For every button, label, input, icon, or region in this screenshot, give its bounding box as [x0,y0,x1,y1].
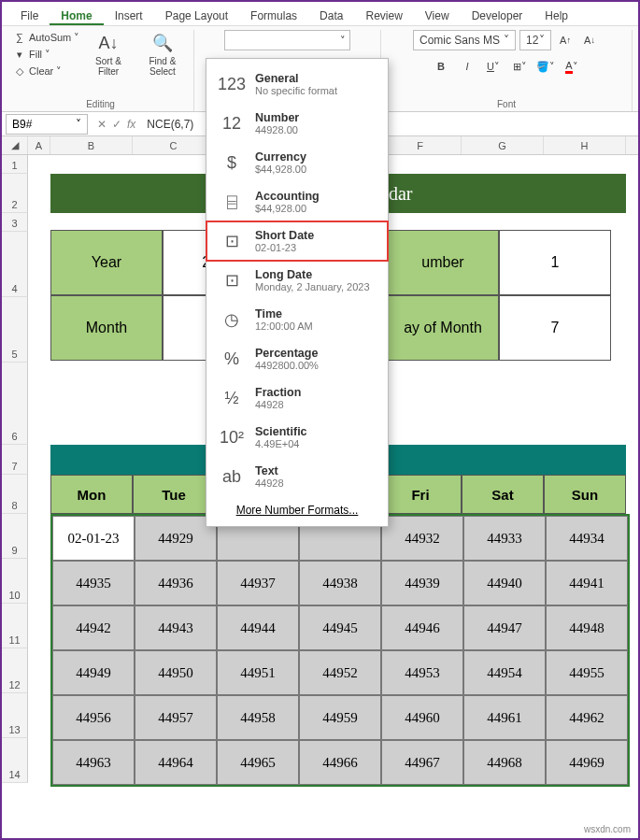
fill-color-button[interactable]: 🪣˅ [535,56,556,77]
col-header-B[interactable]: B [50,136,133,154]
number-format-combo[interactable]: ˅ [224,30,350,50]
format-option-text[interactable]: abText44928 [206,457,388,496]
cal-cell[interactable]: 44962 [546,695,628,740]
cal-cell[interactable]: 44947 [463,605,546,650]
menu-file[interactable]: File [9,6,50,25]
format-option-short-date[interactable]: ⊡Short Date02-01-23 [206,221,388,261]
sort-filter-button[interactable]: A↓ Sort & Filter [85,30,132,78]
cal-cell[interactable]: 44968 [463,740,546,785]
decrease-font-button[interactable]: A↓ [579,30,600,50]
row-header-11[interactable]: 11 [2,604,28,648]
cal-cell[interactable]: 44939 [381,561,463,605]
font-color-button[interactable]: A˅ [562,56,582,77]
cal-cell[interactable]: 44950 [135,650,217,695]
clear-button[interactable]: ◇Clear ˅ [13,64,79,78]
increase-font-button[interactable]: A↑ [555,30,576,50]
cal-cell[interactable]: 44948 [546,605,628,650]
format-option-scientific[interactable]: 10²Scientific4.49E+04 [206,418,388,457]
format-option-currency[interactable]: $Currency$44,928.00 [206,143,388,182]
name-box[interactable]: B9#˅ [6,114,88,135]
format-option-percentage[interactable]: %Percentage4492800.00% [206,339,388,378]
row-header-14[interactable]: 14 [2,738,28,783]
row-header-1[interactable]: 1 [2,155,28,174]
enter-formula-icon[interactable]: ✓ [112,118,121,131]
cal-cell[interactable]: 44949 [52,650,135,695]
col-header-F[interactable]: F [379,136,462,154]
format-option-long-date[interactable]: ⊡Long DateMonday, 2 January, 2023 [206,261,388,300]
cal-cell[interactable]: 44961 [463,695,546,740]
italic-button[interactable]: I [457,56,477,77]
row-header-9[interactable]: 9 [2,514,28,559]
row-header-8[interactable]: 8 [2,475,28,514]
underline-button[interactable]: U˅ [483,56,504,77]
format-option-fraction[interactable]: ½Fraction44928 [206,378,388,418]
col-header-G[interactable]: G [462,136,544,154]
cal-cell[interactable]: 44959 [299,695,381,740]
cal-cell[interactable]: 44955 [546,650,628,695]
cal-cell[interactable]: 44952 [299,650,381,695]
cal-cell[interactable]: 44935 [52,561,135,605]
row-header-12[interactable]: 12 [2,648,28,693]
cal-cell[interactable]: 44957 [135,695,217,740]
cal-cell[interactable]: 44942 [52,605,135,650]
cal-cell[interactable]: 44956 [52,695,135,740]
cal-cell[interactable]: 44963 [52,740,135,785]
cal-cell[interactable]: 44967 [381,740,463,785]
cal-cell[interactable]: 44932 [381,516,463,561]
cal-cell[interactable]: 44945 [299,605,381,650]
row-header-13[interactable]: 13 [2,693,28,738]
bold-button[interactable]: B [431,56,451,77]
font-size-combo[interactable]: 12˅ [519,30,551,50]
cal-cell[interactable]: 44941 [546,561,628,605]
cal-cell[interactable]: 44966 [299,740,381,785]
format-option-accounting[interactable]: ⌸Accounting$44,928.00 [206,182,388,221]
menu-formulas[interactable]: Formulas [239,6,308,25]
cal-cell[interactable]: 44936 [135,561,217,605]
select-all-corner[interactable]: ◢ [2,136,28,154]
row-header-10[interactable]: 10 [2,559,28,604]
fill-button[interactable]: ▾Fill ˅ [13,47,79,62]
cal-cell[interactable]: 44953 [381,650,463,695]
cal-cell[interactable]: 44934 [546,516,628,561]
cal-cell[interactable]: 44933 [463,516,546,561]
menu-page-layout[interactable]: Page Layout [154,6,239,25]
menu-developer[interactable]: Developer [461,6,534,25]
menu-help[interactable]: Help [533,6,579,25]
cal-cell[interactable]: 44954 [463,650,546,695]
cal-cell[interactable]: 44958 [217,695,299,740]
cal-cell[interactable]: 44951 [217,650,299,695]
cal-cell[interactable]: 44937 [217,561,299,605]
cal-cell[interactable]: 44960 [381,695,463,740]
font-name-combo[interactable]: Comic Sans MS˅ [413,30,516,50]
menu-review[interactable]: Review [354,6,413,25]
cal-cell[interactable]: 44969 [546,740,628,785]
format-option-number[interactable]: 12Number44928.00 [206,104,388,143]
cal-cell[interactable]: 44929 [135,516,217,561]
row-header-3[interactable]: 3 [2,213,28,232]
find-select-button[interactable]: 🔍 Find & Select [137,30,188,78]
cal-cell[interactable]: 44938 [299,561,381,605]
cal-cell[interactable]: 44944 [217,605,299,650]
cal-cell[interactable]: 44965 [217,740,299,785]
menu-data[interactable]: Data [308,6,354,25]
cancel-formula-icon[interactable]: ✕ [97,118,107,131]
dow-value[interactable]: 7 [499,295,611,361]
row-header-4[interactable]: 4 [2,232,28,297]
row-header-6[interactable]: 6 [2,363,28,445]
cal-cell[interactable]: 02-01-23 [52,516,135,561]
cal-cell[interactable]: 44943 [135,605,217,650]
borders-button[interactable]: ⊞˅ [509,56,530,77]
col-header-C[interactable]: C [133,136,215,154]
row-header-5[interactable]: 5 [2,297,28,363]
col-header-A[interactable]: A [28,136,50,154]
fx-icon[interactable]: fx [127,118,135,131]
cal-cell[interactable]: 44964 [135,740,217,785]
format-option-time[interactable]: ◷Time12:00:00 AM [206,300,388,339]
more-number-formats[interactable]: More Number Formats... [206,496,388,520]
menu-view[interactable]: View [414,6,461,25]
autosum-button[interactable]: ∑AutoSum ˅ [13,30,79,45]
menu-home[interactable]: Home [50,6,103,25]
cal-cell[interactable]: 44940 [463,561,546,605]
menu-insert[interactable]: Insert [104,6,154,25]
cal-cell[interactable]: 44946 [381,605,463,650]
